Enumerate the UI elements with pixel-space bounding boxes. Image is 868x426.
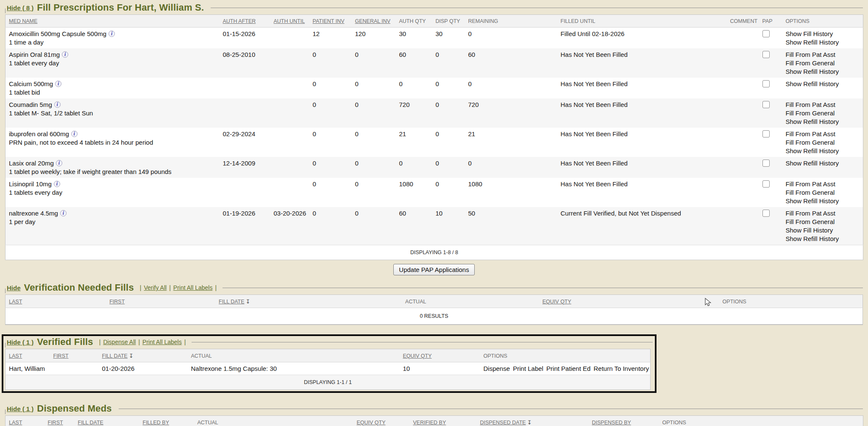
col-equiv-qty[interactable]: EQUIV QTY xyxy=(400,349,480,362)
update-pap-applications-button[interactable]: Update PAP Applications xyxy=(393,264,474,275)
print-patient-ed-link[interactable]: Print Patient Ed xyxy=(546,365,590,372)
med-row-amoxicillin: Amoxicillin 500mg Capsule 500mg1 time a … xyxy=(6,28,863,49)
option-link[interactable]: Fill From General xyxy=(786,188,860,197)
filled-until-value: Has Not Yet Been Filled xyxy=(557,128,727,157)
sort-desc-icon xyxy=(526,420,532,426)
print-all-labels-link[interactable]: Print All Labels xyxy=(142,339,182,345)
options-cell: Fill From Pat Asst Fill From General Sho… xyxy=(782,207,863,245)
pap-checkbox[interactable] xyxy=(762,51,770,58)
info-icon[interactable] xyxy=(54,181,60,187)
col-verified-by[interactable]: VERIFIED BY xyxy=(410,416,477,426)
col-med-name[interactable]: MED NAME xyxy=(6,15,220,28)
return-to-inventory-link[interactable]: Return To Inventory xyxy=(594,365,649,372)
option-link[interactable]: Fill From General xyxy=(786,109,860,118)
med-sig: PRN pain, not to exceed 4 tablets in 24 … xyxy=(9,138,216,147)
info-icon[interactable] xyxy=(62,51,68,58)
col-filled-by[interactable]: FILLED BY xyxy=(139,416,194,426)
disp-qty-value: 0 xyxy=(432,98,465,128)
option-link[interactable]: Show Refill History xyxy=(786,235,860,243)
info-icon[interactable] xyxy=(71,131,78,137)
col-first[interactable]: FIRST xyxy=(106,295,215,308)
auth-after-value: 08-25-2010 xyxy=(220,48,270,78)
verified-legend: Hide ( 1 ) Verified Fills Dispense All P… xyxy=(5,336,653,349)
general-inv-value: 0 xyxy=(352,128,396,157)
option-link[interactable]: Fill From Pat Asst xyxy=(786,50,860,59)
patient-inv-value: 0 xyxy=(309,78,352,98)
col-equiv-qty[interactable]: EQUIV QTY xyxy=(353,416,410,426)
pap-checkbox[interactable] xyxy=(762,101,770,108)
info-icon[interactable] xyxy=(56,160,62,166)
pap-checkbox[interactable] xyxy=(762,30,770,37)
option-link[interactable]: Show Fill History xyxy=(786,226,860,235)
option-link[interactable]: Show Refill History xyxy=(786,159,860,168)
col-auth-after[interactable]: AUTH AFTER xyxy=(220,15,270,28)
auth-qty-value: 60 xyxy=(396,48,432,78)
col-last[interactable]: LAST xyxy=(6,416,45,426)
option-link[interactable]: Show Refill History xyxy=(786,118,860,126)
col-options: OPTIONS xyxy=(782,15,863,28)
col-first[interactable]: FIRST xyxy=(45,416,75,426)
med-sig: 1 tablets every day xyxy=(9,188,216,197)
pap-checkbox[interactable] xyxy=(762,180,770,188)
med-sig: 1 tablet every day xyxy=(9,59,216,67)
verification-results-row: 0 RESULTS xyxy=(6,308,863,325)
pap-cell xyxy=(759,28,782,49)
option-link[interactable]: Fill From Pat Asst xyxy=(786,101,860,109)
option-link[interactable]: Show Refill History xyxy=(786,197,860,205)
option-link[interactable]: Show Fill History xyxy=(786,30,860,38)
dispense-all-link[interactable]: Dispense All xyxy=(103,339,136,345)
print-label-link[interactable]: Print Label xyxy=(513,365,543,372)
option-link[interactable]: Show Refill History xyxy=(786,80,860,88)
hide-verification-link[interactable]: Hide xyxy=(7,284,21,291)
col-auth-until[interactable]: AUTH UNTIL xyxy=(270,15,309,28)
col-fill-date[interactable]: FILL DATE xyxy=(75,416,139,426)
col-dispensed-by[interactable]: DISPENSED BY xyxy=(589,416,659,426)
disp-qty-value: 0 xyxy=(432,128,465,157)
col-fill-date[interactable]: FILL DATE xyxy=(99,349,188,362)
pap-cell xyxy=(759,98,782,128)
pap-checkbox[interactable] xyxy=(762,80,770,87)
col-first[interactable]: FIRST xyxy=(50,349,99,362)
pap-checkbox[interactable] xyxy=(762,210,770,217)
option-link[interactable]: Fill From General xyxy=(786,138,860,147)
print-all-labels-link[interactable]: Print All Labels xyxy=(173,284,213,291)
comment-value xyxy=(727,178,759,207)
col-dispensed-date[interactable]: DISPENSED DATE xyxy=(477,416,589,426)
info-icon[interactable] xyxy=(60,210,67,216)
hide-verified-link[interactable]: Hide ( 1 ) xyxy=(7,339,33,346)
col-last[interactable]: LAST xyxy=(6,349,50,362)
col-last[interactable]: LAST xyxy=(6,295,106,308)
option-link[interactable]: Show Refill History xyxy=(786,147,860,155)
option-link[interactable]: Fill From Pat Asst xyxy=(786,209,860,218)
legend-divider xyxy=(192,342,403,342)
option-link[interactable]: Show Refill History xyxy=(786,38,860,47)
general-inv-value: 0 xyxy=(352,207,396,245)
separator xyxy=(212,284,219,291)
option-link[interactable]: Fill From General xyxy=(786,59,860,67)
hide-prescriptions-link[interactable]: Hide ( 8 ) xyxy=(7,4,33,11)
pap-checkbox[interactable] xyxy=(762,160,770,167)
option-link[interactable]: Fill From Pat Asst xyxy=(786,130,860,138)
info-icon[interactable] xyxy=(108,31,115,37)
dispense-link[interactable]: Dispense xyxy=(484,365,510,372)
option-link[interactable]: Fill From General xyxy=(786,218,860,226)
legend-divider xyxy=(223,288,863,288)
col-general-inv[interactable]: GENERAL INV xyxy=(352,15,396,28)
col-fill-date[interactable]: FILL DATE xyxy=(215,295,402,308)
verified-header-row: LAST FIRST FILL DATE ACTUAL EQUIV QTY OP… xyxy=(6,349,651,362)
first-name-value xyxy=(50,362,99,375)
pap-checkbox[interactable] xyxy=(762,130,770,137)
col-actual: ACTUAL xyxy=(402,295,539,308)
general-inv-value: 120 xyxy=(352,28,396,49)
info-icon[interactable] xyxy=(54,101,61,108)
option-link[interactable]: Fill From Pat Asst xyxy=(786,180,860,188)
options-cell: Fill From Pat Asst Fill From General Sho… xyxy=(782,128,863,157)
col-patient-inv[interactable]: PATIENT INV xyxy=(309,15,352,28)
auth-until-value xyxy=(270,78,309,98)
hide-dispensed-link[interactable]: Hide ( 1 ) xyxy=(7,405,33,412)
option-link[interactable]: Show Refill History xyxy=(786,67,860,76)
info-icon[interactable] xyxy=(55,81,61,87)
col-equiv-qty[interactable]: EQUIV QTY xyxy=(539,295,719,308)
dispensed-header-row: LAST FIRST FILL DATE FILLED BY ACTUAL EQ… xyxy=(6,416,863,426)
verify-all-link[interactable]: Verify All xyxy=(144,284,167,291)
